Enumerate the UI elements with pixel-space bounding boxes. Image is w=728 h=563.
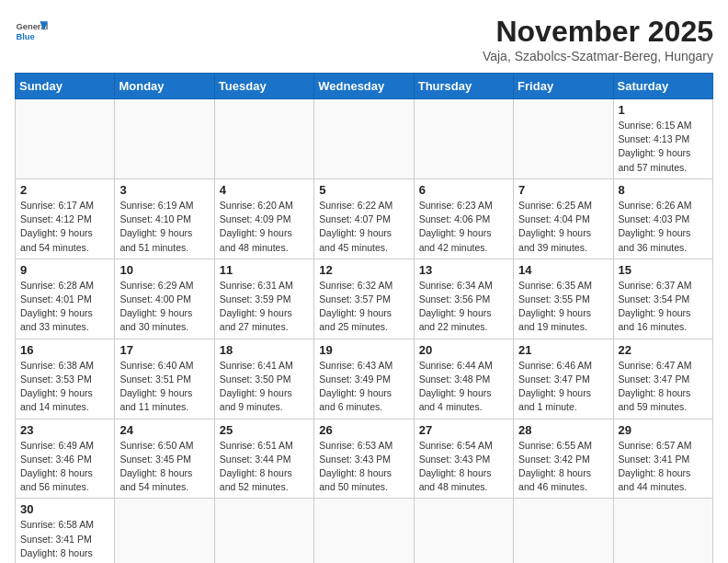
day-number: 5: [319, 183, 408, 197]
calendar-cell: 15Sunrise: 6:37 AM Sunset: 3:54 PM Dayli…: [613, 259, 712, 339]
day-info: Sunrise: 6:29 AM Sunset: 4:00 PM Dayligh…: [119, 279, 209, 335]
svg-text:Blue: Blue: [16, 32, 34, 41]
calendar-cell: 19Sunrise: 6:43 AM Sunset: 3:49 PM Dayli…: [314, 339, 414, 419]
calendar-cell: 1Sunrise: 6:15 AM Sunset: 4:13 PM Daylig…: [613, 99, 712, 179]
calendar-cell: 10Sunrise: 6:29 AM Sunset: 4:00 PM Dayli…: [115, 259, 214, 339]
day-number: 10: [119, 263, 209, 277]
calendar-cell: 28Sunrise: 6:55 AM Sunset: 3:42 PM Dayli…: [514, 419, 613, 499]
calendar-week-2: 9Sunrise: 6:28 AM Sunset: 4:01 PM Daylig…: [16, 259, 713, 339]
day-number: 27: [419, 423, 508, 437]
calendar-cell: 30Sunrise: 6:58 AM Sunset: 3:41 PM Dayli…: [16, 499, 115, 563]
calendar-cell: [414, 499, 513, 563]
day-number: 4: [220, 183, 309, 197]
weekday-header-tuesday: Tuesday: [214, 74, 313, 99]
day-info: Sunrise: 6:58 AM Sunset: 3:41 PM Dayligh…: [20, 518, 109, 563]
day-info: Sunrise: 6:25 AM Sunset: 4:04 PM Dayligh…: [518, 199, 608, 255]
day-number: 28: [518, 423, 608, 437]
day-info: Sunrise: 6:37 AM Sunset: 3:54 PM Dayligh…: [619, 279, 708, 335]
calendar-cell: 8Sunrise: 6:26 AM Sunset: 4:03 PM Daylig…: [613, 178, 712, 259]
calendar-cell: [514, 99, 613, 179]
day-info: Sunrise: 6:55 AM Sunset: 3:42 PM Dayligh…: [518, 439, 608, 495]
calendar-cell: 26Sunrise: 6:53 AM Sunset: 3:43 PM Dayli…: [314, 419, 414, 499]
weekday-header-sunday: Sunday: [16, 74, 115, 99]
calendar-body: 1Sunrise: 6:15 AM Sunset: 4:13 PM Daylig…: [16, 99, 713, 564]
day-number: 8: [619, 183, 708, 197]
calendar-cell: 3Sunrise: 6:19 AM Sunset: 4:10 PM Daylig…: [115, 178, 214, 259]
calendar-cell: 23Sunrise: 6:49 AM Sunset: 3:46 PM Dayli…: [16, 419, 115, 499]
day-number: 26: [319, 423, 408, 437]
day-info: Sunrise: 6:54 AM Sunset: 3:43 PM Dayligh…: [419, 439, 508, 495]
day-info: Sunrise: 6:51 AM Sunset: 3:44 PM Dayligh…: [220, 439, 309, 495]
day-info: Sunrise: 6:19 AM Sunset: 4:10 PM Dayligh…: [119, 199, 209, 255]
day-number: 30: [20, 502, 109, 516]
calendar-cell: 4Sunrise: 6:20 AM Sunset: 4:09 PM Daylig…: [214, 178, 313, 259]
day-info: Sunrise: 6:35 AM Sunset: 3:55 PM Dayligh…: [518, 279, 608, 335]
day-number: 12: [319, 263, 408, 277]
calendar-table: SundayMondayTuesdayWednesdayThursdayFrid…: [15, 73, 713, 563]
logo: General Blue: [15, 15, 48, 48]
day-info: Sunrise: 6:38 AM Sunset: 3:53 PM Dayligh…: [20, 359, 109, 415]
calendar-cell: 5Sunrise: 6:22 AM Sunset: 4:07 PM Daylig…: [314, 178, 414, 259]
calendar-cell: [514, 499, 613, 563]
day-number: 3: [119, 183, 209, 197]
calendar-week-5: 30Sunrise: 6:58 AM Sunset: 3:41 PM Dayli…: [16, 499, 713, 563]
month-title: November 2025: [483, 15, 713, 49]
calendar-cell: 17Sunrise: 6:40 AM Sunset: 3:51 PM Dayli…: [115, 339, 214, 419]
calendar-cell: 22Sunrise: 6:47 AM Sunset: 3:47 PM Dayli…: [613, 339, 712, 419]
calendar-cell: [115, 99, 214, 179]
day-number: 17: [119, 343, 209, 357]
calendar-cell: [214, 99, 313, 179]
location-label: Vaja, Szabolcs-Szatmar-Bereg, Hungary: [483, 49, 713, 63]
day-info: Sunrise: 6:53 AM Sunset: 3:43 PM Dayligh…: [319, 439, 408, 495]
calendar-cell: [414, 99, 513, 179]
calendar-cell: 6Sunrise: 6:23 AM Sunset: 4:06 PM Daylig…: [414, 178, 513, 259]
title-block: November 2025 Vaja, Szabolcs-Szatmar-Ber…: [483, 15, 713, 63]
logo-icon: General Blue: [15, 15, 48, 48]
weekday-header-friday: Friday: [514, 74, 613, 99]
calendar-cell: 25Sunrise: 6:51 AM Sunset: 3:44 PM Dayli…: [214, 419, 313, 499]
calendar-cell: 24Sunrise: 6:50 AM Sunset: 3:45 PM Dayli…: [115, 419, 214, 499]
calendar-cell: [214, 499, 313, 563]
day-info: Sunrise: 6:28 AM Sunset: 4:01 PM Dayligh…: [20, 279, 109, 335]
calendar-cell: [613, 499, 712, 563]
day-info: Sunrise: 6:40 AM Sunset: 3:51 PM Dayligh…: [119, 359, 209, 415]
day-number: 23: [20, 423, 109, 437]
day-number: 7: [518, 183, 608, 197]
calendar-cell: 16Sunrise: 6:38 AM Sunset: 3:53 PM Dayli…: [16, 339, 115, 419]
day-number: 22: [619, 343, 708, 357]
day-number: 24: [119, 423, 209, 437]
day-number: 19: [319, 343, 408, 357]
calendar-cell: [16, 99, 115, 179]
page-header: General Blue November 2025 Vaja, Szabolc…: [15, 15, 713, 63]
day-number: 13: [419, 263, 508, 277]
calendar-cell: [314, 499, 414, 563]
day-info: Sunrise: 6:31 AM Sunset: 3:59 PM Dayligh…: [220, 279, 309, 335]
day-info: Sunrise: 6:23 AM Sunset: 4:06 PM Dayligh…: [419, 199, 508, 255]
calendar-cell: 9Sunrise: 6:28 AM Sunset: 4:01 PM Daylig…: [16, 259, 115, 339]
day-info: Sunrise: 6:15 AM Sunset: 4:13 PM Dayligh…: [619, 119, 708, 175]
day-number: 20: [419, 343, 508, 357]
day-number: 9: [20, 263, 109, 277]
calendar-week-4: 23Sunrise: 6:49 AM Sunset: 3:46 PM Dayli…: [16, 419, 713, 499]
day-number: 29: [619, 423, 708, 437]
day-info: Sunrise: 6:32 AM Sunset: 3:57 PM Dayligh…: [319, 279, 408, 335]
calendar-header-row: SundayMondayTuesdayWednesdayThursdayFrid…: [16, 74, 713, 99]
calendar-cell: 27Sunrise: 6:54 AM Sunset: 3:43 PM Dayli…: [414, 419, 513, 499]
weekday-header-saturday: Saturday: [613, 74, 712, 99]
day-number: 21: [518, 343, 608, 357]
day-info: Sunrise: 6:50 AM Sunset: 3:45 PM Dayligh…: [119, 439, 209, 495]
day-number: 18: [220, 343, 309, 357]
calendar-cell: 13Sunrise: 6:34 AM Sunset: 3:56 PM Dayli…: [414, 259, 513, 339]
day-info: Sunrise: 6:22 AM Sunset: 4:07 PM Dayligh…: [319, 199, 408, 255]
day-info: Sunrise: 6:20 AM Sunset: 4:09 PM Dayligh…: [220, 199, 309, 255]
calendar-week-0: 1Sunrise: 6:15 AM Sunset: 4:13 PM Daylig…: [16, 99, 713, 179]
calendar-cell: 18Sunrise: 6:41 AM Sunset: 3:50 PM Dayli…: [214, 339, 313, 419]
day-info: Sunrise: 6:47 AM Sunset: 3:47 PM Dayligh…: [619, 359, 708, 415]
calendar-cell: 11Sunrise: 6:31 AM Sunset: 3:59 PM Dayli…: [214, 259, 313, 339]
day-number: 14: [518, 263, 608, 277]
calendar-cell: [115, 499, 214, 563]
day-number: 16: [20, 343, 109, 357]
day-number: 6: [419, 183, 508, 197]
calendar-cell: 29Sunrise: 6:57 AM Sunset: 3:41 PM Dayli…: [613, 419, 712, 499]
day-info: Sunrise: 6:46 AM Sunset: 3:47 PM Dayligh…: [518, 359, 608, 415]
